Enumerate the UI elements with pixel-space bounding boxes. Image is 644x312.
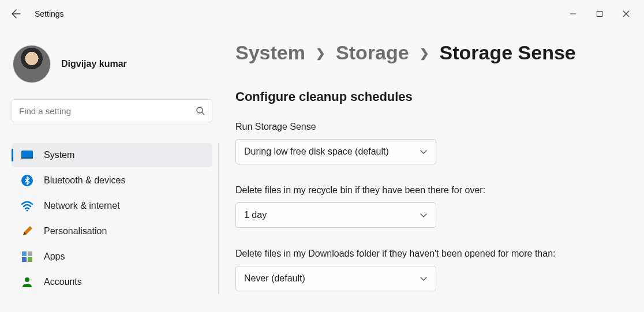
sidebar-item-apps[interactable]: Apps [12, 245, 212, 269]
sidebar-item-label: Network & internet [44, 201, 120, 211]
sidebar-item-system[interactable]: System [12, 143, 212, 167]
breadcrumb-current: Storage Sense [440, 42, 576, 64]
sidebar: Digvijay kumar System Bluetoo [0, 28, 219, 312]
sidebar-item-label: Accounts [44, 277, 82, 287]
chevron-down-icon [420, 275, 428, 283]
svg-point-1 [197, 107, 203, 113]
select-value: 1 day [244, 210, 420, 220]
svg-point-5 [27, 210, 28, 212]
back-button[interactable] [5, 2, 28, 25]
system-icon [21, 149, 33, 161]
section-title: Configure cleanup schedules [235, 89, 627, 104]
titlebar: Settings [0, 0, 644, 28]
window-controls [560, 5, 639, 23]
nav-list: System Bluetooth & devices Network & int… [12, 143, 219, 294]
breadcrumb: System ❯ Storage ❯ Storage Sense [235, 42, 627, 64]
wifi-icon [21, 200, 33, 212]
svg-point-10 [25, 277, 29, 282]
sidebar-item-label: Bluetooth & devices [44, 175, 125, 186]
apps-icon [21, 250, 33, 263]
run-storage-sense-label: Run Storage Sense [235, 122, 559, 132]
downloads-select[interactable]: Never (default) [235, 266, 436, 291]
avatar [13, 45, 51, 83]
svg-rect-9 [28, 257, 32, 262]
profile-block[interactable]: Digvijay kumar [13, 45, 219, 83]
svg-rect-8 [22, 257, 27, 262]
recycle-bin-label: Delete files in my recycle bin if they h… [235, 185, 559, 196]
maximize-button[interactable] [586, 5, 613, 23]
svg-rect-3 [21, 157, 33, 159]
breadcrumb-storage[interactable]: Storage [336, 42, 409, 64]
chevron-right-icon: ❯ [420, 46, 429, 60]
recycle-bin-select[interactable]: 1 day [235, 202, 436, 228]
run-storage-sense-select[interactable]: During low free disk space (default) [235, 139, 436, 164]
profile-name: Digvijay kumar [61, 59, 127, 69]
bluetooth-icon [21, 174, 33, 187]
search-icon [196, 106, 205, 115]
svg-rect-0 [597, 12, 602, 17]
sidebar-item-network[interactable]: Network & internet [12, 194, 212, 218]
chevron-right-icon: ❯ [316, 46, 325, 60]
minimize-button[interactable] [560, 5, 586, 23]
sidebar-item-label: Personalisation [44, 226, 107, 236]
person-icon [21, 276, 33, 288]
maximize-icon [596, 10, 603, 17]
downloads-label: Delete files in my Downloads folder if t… [235, 249, 559, 259]
search-box[interactable] [12, 99, 212, 122]
select-value: Never (default) [244, 273, 420, 284]
close-button[interactable] [613, 5, 639, 23]
close-icon [623, 10, 630, 17]
sidebar-item-personalisation[interactable]: Personalisation [12, 219, 212, 243]
svg-rect-7 [28, 251, 32, 256]
sidebar-item-label: System [44, 150, 74, 160]
paintbrush-icon [21, 225, 33, 238]
svg-rect-6 [22, 251, 27, 256]
select-value: During low free disk space (default) [244, 146, 420, 157]
chevron-down-icon [420, 211, 428, 219]
breadcrumb-system[interactable]: System [235, 42, 305, 64]
sidebar-item-accounts[interactable]: Accounts [12, 270, 212, 294]
sidebar-item-label: Apps [44, 251, 65, 262]
chevron-down-icon [420, 148, 428, 156]
sidebar-item-bluetooth[interactable]: Bluetooth & devices [12, 168, 212, 193]
main-content: System ❯ Storage ❯ Storage Sense Configu… [219, 28, 644, 312]
back-arrow-icon [12, 9, 21, 18]
window-title: Settings [35, 9, 64, 18]
minimize-icon [570, 10, 576, 17]
search-input[interactable] [19, 106, 196, 116]
